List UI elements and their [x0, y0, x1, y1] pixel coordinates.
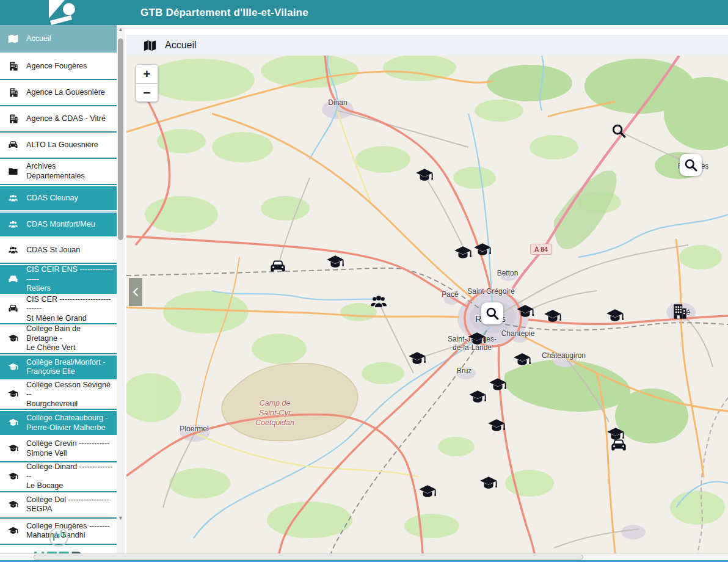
- horizontal-scrollbar[interactable]: [0, 553, 728, 560]
- map-marker-cap-icon[interactable]: [606, 307, 624, 326]
- sidebar-item-coll-ge-dol[interactable]: Collège Dol ---------------- SEGPA: [0, 492, 117, 519]
- sidebar-item-label: CIS CER -------------------------- St Mé…: [26, 295, 113, 324]
- sidebar-item-alto-la-gouesni-re[interactable]: ALTO La Gouesnière: [0, 133, 117, 159]
- scroll-down-icon[interactable]: ▼: [117, 514, 125, 522]
- cap-icon: [8, 500, 18, 510]
- cap-icon: [8, 472, 18, 482]
- sidebar-item-agence-foug-res[interactable]: Agence Fougères: [0, 54, 117, 80]
- map-marker-cap-icon[interactable]: [454, 244, 472, 263]
- sidebar-item-label: Collège Bain de Bretagne - Le Chêne Vert: [26, 324, 113, 353]
- zoom-out-button[interactable]: −: [136, 83, 158, 102]
- sidebar-item-label: Agence Fougères: [26, 62, 87, 71]
- map-marker-cap-icon[interactable]: [418, 483, 437, 502]
- sidebar-item-label: ALTO La Gouesnière: [26, 140, 98, 150]
- app-header: GTB Département d'Ille-et-Vilaine: [0, 0, 728, 25]
- cap-icon: [8, 389, 18, 400]
- map-marker-users-icon[interactable]: [369, 293, 388, 311]
- sidebar-item-label: CIS CEIR ENS ------------------ Retiers: [26, 265, 113, 294]
- sidebar-item-cdas-cleunay[interactable]: CDAS Cleunay: [0, 185, 117, 211]
- sidebar-item-coll-ge-cesson-s-vign[interactable]: Collège Cesson Sévigné -- Bourgchevreuil: [0, 381, 117, 411]
- users-icon: [8, 193, 18, 203]
- sidebar-item-label: Collège Chateaubourg - Pierre-Olivier Ma…: [26, 414, 108, 432]
- sidebar-item-coll-ge-bain-de-bretagne[interactable]: Collège Bain de Bretagne - Le Chêne Vert: [0, 324, 117, 354]
- scroll-up-icon[interactable]: ▲: [117, 25, 125, 34]
- sidebar-item-label: CDAS St Jouan: [26, 246, 80, 255]
- map-marker-cap-icon[interactable]: [415, 167, 434, 185]
- sidebar-item-label: Archives Departementales: [26, 162, 113, 181]
- users-icon: [8, 245, 18, 255]
- sidebar-collapse-handle[interactable]: [129, 278, 142, 306]
- map-icon: [144, 39, 156, 52]
- sidebar-scrollbar-thumb[interactable]: [118, 38, 123, 240]
- map-marker-cap-icon[interactable]: [468, 389, 487, 407]
- map-marker-search-icon[interactable]: [481, 302, 503, 324]
- sidebar-item-coll-ge-dinard[interactable]: Collège Dinard --------------- Le Bocage: [0, 462, 117, 492]
- sidebar-item-accueil[interactable]: Accueil: [0, 25, 117, 54]
- car-icon: [8, 304, 18, 314]
- sidebar-item-label: Agence La Gouesnière: [26, 88, 105, 98]
- map-icon: [8, 34, 18, 44]
- map-marker-cap-icon[interactable]: [408, 350, 426, 368]
- sidebar-item-label: Accueil: [26, 34, 51, 44]
- sidebar-item-cdas-st-jouan[interactable]: CDAS St Jouan: [0, 238, 117, 264]
- sidebar-item-label: CDAS Montfort/Meu: [26, 220, 95, 230]
- sidebar-scrollbar[interactable]: ▲ ▼: [117, 25, 125, 553]
- map-marker-cap-icon[interactable]: [479, 475, 498, 493]
- sidebar-item-cis-cer[interactable]: CIS CER -------------------------- St Mé…: [0, 295, 117, 325]
- map-marker-cap-icon[interactable]: [513, 351, 531, 370]
- building-icon: [8, 87, 18, 98]
- main-content: Accueil: [125, 25, 728, 553]
- http-logo: HTTP: [0, 525, 117, 553]
- sidebar: AccueilAgence FougèresAgence La Gouesniè…: [0, 25, 117, 553]
- map-marker-cap-icon[interactable]: [468, 330, 486, 349]
- sidebar-item-label: Collège Crevin ------------ Simone Veil: [26, 439, 109, 458]
- map-marker-cap-icon[interactable]: [516, 303, 534, 321]
- map-marker-cap-icon[interactable]: [487, 417, 506, 436]
- map-marker-search-icon[interactable]: [611, 123, 627, 139]
- sidebar-item-label: Collège Dol ---------------- SEGPA: [26, 495, 109, 514]
- zoom-in-button[interactable]: +: [136, 64, 158, 83]
- app-title: GTB Département d'Ille-et-Vilaine: [140, 0, 308, 25]
- sidebar-item-coll-ge-crevin[interactable]: Collège Crevin ------------ Simone Veil: [0, 436, 117, 462]
- map-marker-cap-icon[interactable]: [489, 376, 507, 395]
- sidebar-item-cis-ceir-ens[interactable]: CIS CEIR ENS ------------------ Retiers: [0, 264, 117, 295]
- sidebar-item-archives-departementales[interactable]: Archives Departementales: [0, 159, 117, 185]
- building-icon: [8, 114, 18, 124]
- breadcrumb: Accueil: [126, 35, 728, 56]
- horizontal-scrollbar-thumb[interactable]: [34, 555, 583, 560]
- map-marker-car-icon[interactable]: [610, 437, 627, 454]
- chevron-left-icon: [131, 286, 140, 297]
- map-marker-cap-icon[interactable]: [326, 254, 344, 272]
- page-title: Accueil: [165, 40, 197, 51]
- http-logo-icon: [45, 525, 72, 550]
- map-background: [126, 56, 728, 553]
- sidebar-item-cdas-montfort-meu[interactable]: CDAS Montfort/Meu: [0, 211, 117, 238]
- map-marker-search-icon[interactable]: [680, 154, 702, 176]
- department-logo-icon: [44, 0, 105, 25]
- map-canvas[interactable]: + − DinanPacéSaint GrégoireBettonRennesC…: [126, 56, 728, 553]
- folder-icon: [8, 166, 18, 177]
- car-icon: [8, 274, 18, 285]
- map-zoom-control: + −: [136, 64, 158, 102]
- cap-icon: [8, 334, 18, 344]
- users-icon: [8, 219, 18, 230]
- sidebar-item-coll-ge-breal-monfort[interactable]: Collège Breal/Monfort - Françoise Elie: [0, 354, 117, 381]
- building-icon: [8, 61, 18, 71]
- sidebar-item-label: CDAS Cleunay: [26, 194, 78, 203]
- sidebar-item-agence-cdas-vitr[interactable]: Agence & CDAS - Vitré: [0, 106, 117, 133]
- map-marker-car-icon[interactable]: [269, 258, 286, 276]
- sidebar-item-label: Collège Cesson Sévigné -- Bourgchevreuil: [26, 381, 113, 409]
- map-marker-cap-icon[interactable]: [473, 241, 492, 260]
- cap-icon: [8, 443, 18, 454]
- car-icon: [8, 140, 18, 150]
- sidebar-item-label: Collège Dinard --------------- Le Bocage: [26, 462, 113, 491]
- cap-icon: [8, 418, 18, 428]
- sidebar-item-agence-la-gouesni-re[interactable]: Agence La Gouesnière: [0, 80, 117, 106]
- sidebar-menu: AccueilAgence FougèresAgence La Gouesniè…: [0, 25, 117, 545]
- sidebar-item-coll-ge-chateaubourg[interactable]: Collège Chateaubourg - Pierre-Olivier Ma…: [0, 410, 117, 436]
- sidebar-item-label: Agence & CDAS - Vitré: [26, 114, 106, 124]
- map-marker-building-icon[interactable]: [671, 303, 688, 320]
- cap-icon: [8, 362, 18, 373]
- map-marker-cap-icon[interactable]: [544, 308, 562, 326]
- sidebar-item-label: Collège Breal/Monfort - Françoise Elie: [26, 358, 106, 377]
